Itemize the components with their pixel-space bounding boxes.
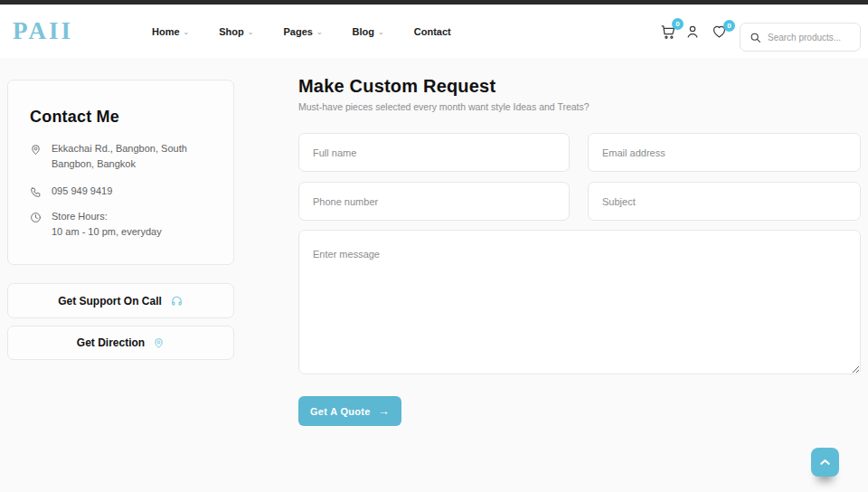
contact-card-title: Contact Me (30, 108, 119, 127)
address-text: Ekkachai Rd., Bangbon, South Bangbon, Ba… (52, 141, 223, 172)
nav-item-shop[interactable]: Shop ⌄ (219, 26, 253, 37)
nav-item-pages[interactable]: Pages ⌄ (283, 26, 322, 37)
email-input[interactable] (588, 133, 861, 172)
main-nav: Home ⌄ Shop ⌄ Pages ⌄ Blog ⌄ Contact (152, 5, 451, 58)
cart-count-badge: 0 (672, 18, 684, 30)
get-direction-button[interactable]: Get Direction (7, 326, 234, 360)
search-box[interactable] (740, 23, 861, 52)
hours-value: 10 am - 10 pm, everyday (52, 226, 162, 237)
user-icon (684, 24, 701, 43)
search-icon (750, 32, 761, 43)
cart-button[interactable]: 0 (658, 24, 676, 42)
wishlist-button[interactable]: 0 (710, 25, 728, 42)
page: PAII Home ⌄ Shop ⌄ Pages ⌄ Blog ⌄ Contac… (0, 0, 868, 492)
address-row: Ekkachai Rd., Bangbon, South Bangbon, Ba… (30, 141, 223, 172)
subject-input[interactable] (588, 182, 861, 221)
main-content: Contact Me Ekkachai Rd., Bangbon, South … (0, 58, 868, 492)
location-pin-icon (153, 336, 165, 350)
get-quote-button[interactable]: Get A Quote → (298, 396, 401, 426)
phone-text[interactable]: 095 949 9419 (52, 184, 223, 202)
hours-row: Store Hours: 10 am - 10 pm, everyday (30, 209, 223, 240)
form-title: Make Custom Request (298, 76, 495, 97)
wishlist-count-badge: 0 (723, 20, 735, 32)
phone-row: 095 949 9419 (30, 184, 223, 202)
search-input[interactable] (768, 33, 851, 43)
account-button[interactable] (684, 25, 701, 42)
get-support-button[interactable]: Get Support On Call (7, 283, 234, 318)
phone-icon (30, 184, 42, 202)
form-subtitle: Must-have pieces selected every month wa… (298, 101, 590, 112)
phone-input[interactable] (298, 182, 570, 221)
chevron-up-icon (820, 459, 830, 466)
chevron-down-icon: ⌄ (378, 29, 384, 36)
hours-label: Store Hours: (52, 211, 108, 222)
headphones-icon (170, 295, 184, 308)
chevron-down-icon: ⌄ (316, 29, 323, 36)
clock-icon (30, 209, 42, 240)
full-name-input[interactable] (298, 133, 570, 172)
scroll-to-top-button[interactable] (811, 448, 839, 477)
arrow-right-icon: → (378, 404, 390, 418)
map-pin-icon (30, 141, 42, 172)
nav-item-blog[interactable]: Blog ⌄ (353, 26, 384, 37)
chevron-down-icon: ⌄ (248, 29, 254, 36)
nav-item-home[interactable]: Home ⌄ (152, 26, 189, 37)
logo[interactable]: PAII (13, 17, 73, 45)
chevron-down-icon: ⌄ (184, 29, 190, 36)
hours-text: Store Hours: 10 am - 10 pm, everyday (52, 209, 223, 240)
nav-item-contact[interactable]: Contact (414, 26, 451, 37)
contact-card: Contact Me Ekkachai Rd., Bangbon, South … (7, 80, 234, 265)
message-textarea[interactable] (298, 230, 861, 374)
header: PAII Home ⌄ Shop ⌄ Pages ⌄ Blog ⌄ Contac… (0, 5, 868, 58)
